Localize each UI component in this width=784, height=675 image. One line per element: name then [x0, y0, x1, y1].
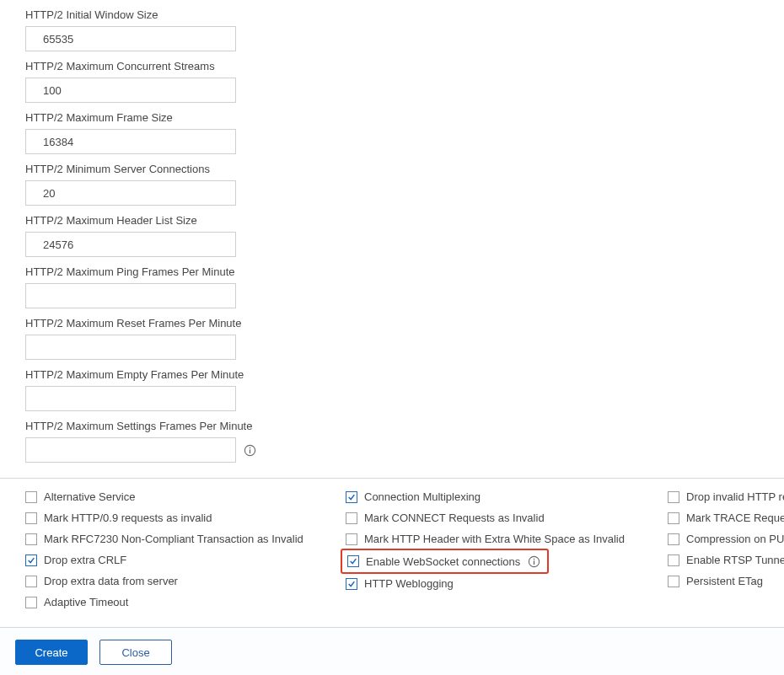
checkbox-enable-rtsp-tunnel[interactable]: [668, 554, 679, 566]
svg-rect-4: [534, 560, 534, 565]
checkbox-http-weblogging[interactable]: [346, 578, 357, 590]
input-http-2-maximum-header-list-size[interactable]: [25, 232, 236, 257]
input-http-2-maximum-empty-frames-per-minute[interactable]: [25, 386, 236, 411]
checkbox-label: HTTP Weblogging: [364, 577, 454, 590]
field-label-http-2-maximum-ping-frames-per-minute: HTTP/2 Maximum Ping Frames Per Minute: [25, 265, 784, 278]
field-label-http-2-maximum-settings-frames-per-minute: HTTP/2 Maximum Settings Frames Per Minut…: [25, 420, 784, 432]
field-label-http-2-maximum-concurrent-streams: HTTP/2 Maximum Concurrent Streams: [25, 60, 784, 72]
checkbox-alternative-service[interactable]: [25, 491, 37, 503]
checkbox-label: Mark HTTP Header with Extra White Space …: [364, 533, 625, 545]
checkbox-label: Alternative Service: [44, 490, 135, 503]
info-icon[interactable]: [243, 443, 256, 457]
checkbox-label: Drop extra data from server: [44, 575, 178, 587]
input-http-2-maximum-frame-size[interactable]: [25, 129, 236, 154]
checkbox-mark-http-header-with-extra-white-space-as-invalid[interactable]: [346, 533, 357, 545]
checkbox-drop-extra-data-from-server[interactable]: [25, 576, 37, 587]
input-http-2-maximum-settings-frames-per-minute[interactable]: [25, 437, 236, 463]
checkbox-label: Enable WebSocket connections: [366, 555, 520, 568]
svg-rect-1: [249, 449, 250, 453]
checkbox-adaptive-timeout[interactable]: [25, 597, 37, 608]
field-label-http-2-initial-window-size: HTTP/2 Initial Window Size: [25, 8, 784, 21]
checkbox-persistent-etag[interactable]: [668, 576, 679, 587]
field-label-http-2-maximum-frame-size: HTTP/2 Maximum Frame Size: [25, 111, 784, 124]
field-label-http-2-maximum-header-list-size: HTTP/2 Maximum Header List Size: [25, 214, 784, 227]
create-button[interactable]: Create: [15, 640, 88, 665]
checkbox-label: Persistent ETag: [686, 575, 763, 587]
checkbox-label: Drop extra CRLF: [44, 554, 126, 566]
checkbox-label: Mark HTTP/0.9 requests as invalid: [44, 512, 212, 524]
checkbox-label: Compression on PUSH packet: [686, 533, 784, 545]
checkbox-mark-trace-requests-as-invalid[interactable]: [668, 512, 679, 524]
svg-rect-2: [249, 447, 250, 448]
checkbox-drop-extra-crlf[interactable]: [25, 554, 37, 566]
svg-rect-5: [534, 558, 534, 560]
checkbox-connection-multiplexing[interactable]: [346, 491, 357, 503]
highlight-box: Enable WebSocket connections: [341, 549, 549, 574]
info-icon[interactable]: [527, 554, 540, 568]
checkbox-enable-websocket-connections[interactable]: [347, 555, 359, 567]
checkbox-mark-http-0-9-requests-as-invalid[interactable]: [25, 512, 37, 524]
input-http-2-minimum-server-connections[interactable]: [25, 180, 236, 206]
checkbox-label: Mark CONNECT Requests as Invalid: [364, 512, 545, 524]
checkbox-drop-invalid-http-requests[interactable]: [668, 491, 679, 503]
checkbox-mark-rfc7230-non-compliant-transaction-as-invalid[interactable]: [25, 533, 37, 545]
close-button[interactable]: Close: [99, 640, 172, 665]
checkbox-compression-on-push-packet[interactable]: [668, 533, 679, 545]
field-label-http-2-maximum-reset-frames-per-minute: HTTP/2 Maximum Reset Frames Per Minute: [25, 317, 784, 329]
checkbox-label: Mark TRACE Requests as Invalid: [686, 512, 784, 524]
checkbox-label: Enable RTSP Tunnel: [686, 554, 784, 566]
field-label-http-2-minimum-server-connections: HTTP/2 Minimum Server Connections: [25, 163, 784, 175]
input-http-2-maximum-concurrent-streams[interactable]: [25, 78, 236, 103]
input-http-2-initial-window-size[interactable]: [25, 26, 236, 51]
input-http-2-maximum-reset-frames-per-minute[interactable]: [25, 335, 236, 360]
input-http-2-maximum-ping-frames-per-minute[interactable]: [25, 283, 236, 308]
checkbox-label: Mark RFC7230 Non-Compliant Transaction a…: [44, 533, 303, 545]
checkbox-label: Connection Multiplexing: [364, 490, 481, 503]
checkbox-mark-connect-requests-as-invalid[interactable]: [346, 512, 357, 524]
field-label-http-2-maximum-empty-frames-per-minute: HTTP/2 Maximum Empty Frames Per Minute: [25, 368, 784, 381]
checkbox-label: Adaptive Timeout: [44, 596, 128, 608]
checkbox-label: Drop invalid HTTP requests: [686, 490, 784, 503]
